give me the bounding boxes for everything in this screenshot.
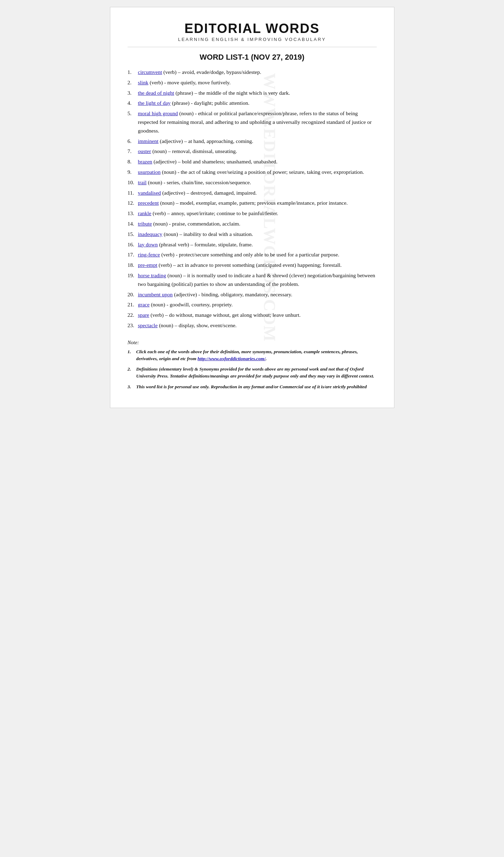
word-number: 9. [128,168,132,177]
word-term[interactable]: inadequacy [138,231,163,237]
word-number: 12. [128,199,134,207]
word-pos: (verb) [148,79,164,85]
word-list: 1.circumvent (verb) – avoid, evade/dodge… [128,68,377,330]
word-term[interactable]: slink [138,79,148,85]
word-term[interactable]: moral high ground [138,110,178,116]
note-section: Note: 1.Click each one of the words abov… [128,340,377,390]
word-pos: (noun) [161,169,178,175]
word-term[interactable]: usurpation [138,169,161,175]
word-definition: – formulate, stipulate, frame. [190,241,253,247]
word-number: 18. [128,261,134,270]
note-list-item: 1.Click each one of the words above for … [128,348,377,363]
word-pos: (adjective) [173,291,198,297]
word-number: 11. [128,189,134,197]
word-term[interactable]: pre-empt [138,262,157,268]
word-definition: – avoid, evade/dodge, bypass/sidestep. [178,69,261,75]
list-item: 13.rankle (verb) – annoy, upset/irritate… [128,209,377,218]
word-definition: – model, exemplar, example, pattern; pre… [176,200,348,206]
word-term[interactable]: brazen [138,159,152,164]
word-definition: – at hand, approaching, coming. [184,138,253,144]
word-term[interactable]: ring-fence [138,252,160,257]
word-pos: (phrasal verb) [158,241,190,247]
word-number: 19. [128,271,134,280]
word-definition: - binding, obligatory, mandatory, necess… [198,291,292,297]
word-term[interactable]: rankle [138,210,152,216]
list-item: 7.ouster (noun) – removal, dismissal, un… [128,147,377,156]
word-pos: (noun) [151,148,168,154]
word-number: 4. [128,99,132,108]
word-term[interactable]: the light of day [138,100,171,106]
word-term[interactable]: spectacle [138,322,158,328]
word-pos: (verb) [151,210,167,216]
note-list-item: 3.This word list is for personal use onl… [128,383,377,390]
word-term[interactable]: imminent [138,138,159,144]
list-item: 15.inadequacy (noun) – inability to deal… [128,230,377,239]
word-term[interactable]: circumvent [138,69,162,75]
word-pos: (noun) [159,200,176,206]
word-term[interactable]: vandalised [138,190,161,196]
word-definition: – annoy, upset/irritate; continue to be … [167,210,278,216]
word-number: 7. [128,147,132,156]
word-definition: - praise, commendation, acclaim. [169,221,240,227]
list-item: 20.incumbent upon (adjective) - binding,… [128,290,377,299]
word-number: 8. [128,158,132,166]
word-pos: (verb) [162,69,178,75]
list-item: 17.ring-fence (verb) - protect/secure so… [128,251,377,259]
list-item: 6.imminent (adjective) – at hand, approa… [128,137,377,146]
word-definition: - protect/secure something and only able… [176,252,339,257]
word-term[interactable]: incumbent upon [138,291,173,297]
word-number: 17. [128,251,134,259]
word-number: 10. [128,178,134,187]
word-term[interactable]: ouster [138,148,151,154]
word-term[interactable]: grace [138,302,150,307]
word-number: 1. [128,68,132,77]
word-term[interactable]: trail [138,179,147,185]
content-area: EDITORIAL WORDS LEARNING ENGLISH & IMPRO… [128,21,377,390]
note-number: 3. [128,383,131,390]
word-term[interactable]: the dead of night [138,90,174,96]
wordlist-title: WORD LIST-1 (NOV 27, 2019) [128,53,377,62]
note-link[interactable]: http://www.oxforddictionaries.com/ [197,356,265,361]
word-definition: – removal, dismissal, unseating. [168,148,237,154]
word-pos: (phrase) [174,90,195,96]
word-definition: - daylight; public attention. [191,100,249,106]
word-pos: (noun) [146,179,163,185]
word-pos: (noun) [152,221,169,227]
word-number: 21. [128,300,134,309]
word-definition: – destroyed, damaged, impaired. [187,190,257,196]
title-divider [128,47,377,47]
page-container: WWW.EDITORIALWORDS.COM EDITORIAL WORDS L… [110,7,394,408]
word-pos: (noun) [157,322,174,328]
word-definition: - goodwill, courtesy, propriety. [166,302,233,307]
note-list-item: 2.Definitions (elementary level) & Synon… [128,366,377,380]
word-term[interactable]: tribute [138,221,152,227]
word-pos: (adjective) [161,190,187,196]
word-number: 2. [128,78,132,87]
word-number: 6. [128,137,132,146]
word-number: 20. [128,290,134,299]
list-item: 11.vandalised (adjective) – destroyed, d… [128,189,377,197]
word-pos: (noun) [150,302,166,307]
note-list: 1.Click each one of the words above for … [128,348,377,390]
site-title: EDITORIAL WORDS [128,21,377,36]
word-term[interactable]: spare [138,312,150,318]
note-label: Note: [128,340,377,346]
word-number: 22. [128,311,134,320]
word-pos: (verb) [149,312,165,318]
word-definition: – do without, manage without, get along … [165,312,301,318]
word-term[interactable]: horse trading [138,272,166,278]
word-pos: (verb) [160,252,176,257]
word-definition: - the act of taking over/seizing a posit… [178,169,364,175]
word-number: 3. [128,89,132,97]
word-number: 23. [128,321,134,330]
word-term[interactable]: lay down [138,241,158,247]
word-pos: (adjective) [152,159,178,164]
word-pos: (adjective) [159,138,184,144]
word-definition: – the middle of the night which is very … [195,90,290,96]
list-item: 16.lay down (phrasal verb) – formulate, … [128,240,377,249]
word-term[interactable]: precedent [138,200,159,206]
list-item: 10.trail (noun) - series, chain/line, su… [128,178,377,187]
word-number: 13. [128,209,134,218]
list-item: 4.the light of day (phrase) - daylight; … [128,99,377,108]
word-definition: – bold and shameless; unashamed, unabash… [178,159,277,164]
